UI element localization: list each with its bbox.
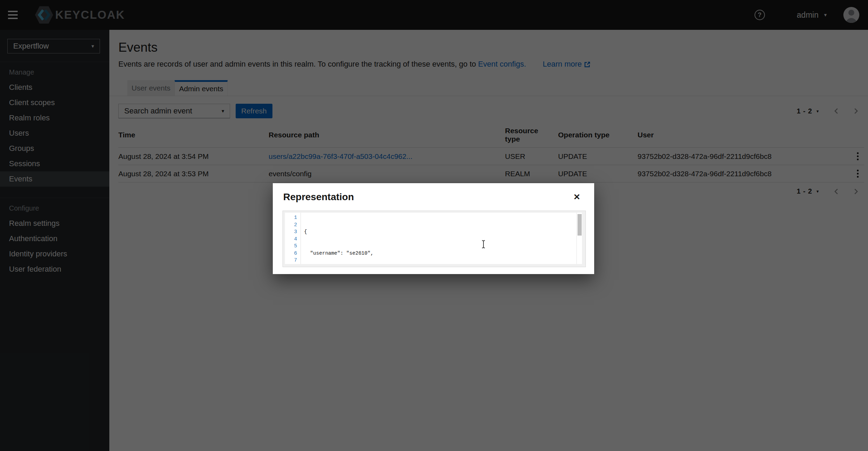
code-editor[interactable]: 1 2 3 4 5 6 7 { "username": "se2610", "e…: [283, 211, 586, 267]
close-icon[interactable]: ✕: [572, 192, 582, 203]
editor-line-numbers: 1 2 3 4 5 6 7: [285, 213, 301, 264]
text-cursor-icon: [481, 240, 486, 250]
scrollbar-thumb[interactable]: [578, 214, 582, 236]
modal-title: Representation: [283, 192, 354, 203]
representation-modal: Representation ✕ 1 2 3 4 5 6 7 { "userna…: [273, 183, 594, 274]
editor-code-content[interactable]: { "username": "se2610", "enabled": true,…: [301, 213, 582, 264]
editor-scrollbar[interactable]: [576, 213, 582, 264]
code-line: "username": "se2610",: [304, 250, 582, 257]
code-line: {: [304, 228, 582, 236]
